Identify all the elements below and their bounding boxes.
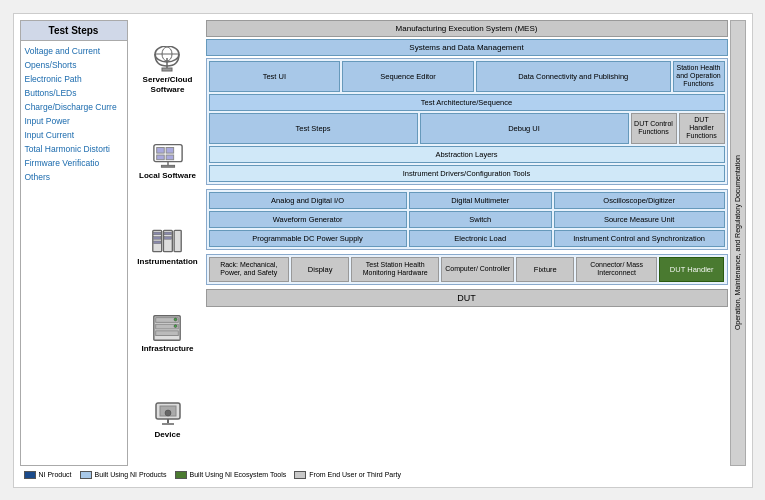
test-steps-list: Voltage and Current Opens/Shorts Electro… bbox=[21, 41, 127, 187]
dut-band: DUT bbox=[206, 289, 728, 307]
svg-point-25 bbox=[175, 325, 178, 328]
dut-control-cell: DUT Control Functions bbox=[631, 113, 677, 144]
device-icon bbox=[152, 400, 184, 428]
fixture-cell: Fixture bbox=[516, 257, 574, 282]
legend-box-built-ni bbox=[80, 471, 92, 479]
local-software-label: Local Software bbox=[139, 171, 196, 181]
infrastructure-icon-block: Infrastructure bbox=[141, 314, 193, 354]
diagram-area: Manufacturing Execution System (MES) Sys… bbox=[206, 20, 728, 466]
left-panel: Test Steps Voltage and Current Opens/Sho… bbox=[20, 20, 128, 466]
infra-row: Rack: Mechanical, Power, and Safety Disp… bbox=[209, 257, 725, 282]
dut-row: DUT bbox=[206, 289, 728, 307]
content-area: Test Steps Voltage and Current Opens/Sho… bbox=[20, 20, 746, 466]
list-item[interactable]: Input Power bbox=[23, 115, 125, 127]
svg-point-24 bbox=[175, 318, 178, 321]
svg-rect-9 bbox=[166, 155, 174, 160]
data-connectivity-cell: Data Connectivity and Publishing bbox=[476, 61, 671, 92]
list-item[interactable]: Electronic Path bbox=[23, 73, 125, 85]
instrument-control-cell: Instrument Control and Synchronization bbox=[554, 230, 725, 247]
switch-cell: Switch bbox=[409, 211, 552, 228]
svg-rect-15 bbox=[154, 233, 161, 236]
local-software-icon bbox=[152, 141, 184, 169]
electronic-load-cell: Electronic Load bbox=[409, 230, 552, 247]
abstraction-cell: Abstraction Layers bbox=[209, 146, 725, 163]
server-cloud-icon bbox=[151, 45, 183, 73]
device-label: Device bbox=[155, 430, 181, 440]
list-item[interactable]: Charge/Discharge Curre bbox=[23, 101, 125, 113]
computer-cell: Computer/ Controller bbox=[441, 257, 514, 282]
svg-rect-2 bbox=[162, 68, 172, 71]
svg-rect-8 bbox=[166, 147, 174, 153]
svg-rect-16 bbox=[154, 237, 161, 240]
list-item[interactable]: Buttons/LEDs bbox=[23, 87, 125, 99]
list-item[interactable]: Others bbox=[23, 171, 125, 183]
legend: NI Product Built Using NI Products Built… bbox=[20, 469, 746, 481]
legend-label-built-ni: Built Using NI Products bbox=[95, 471, 167, 478]
server-cloud-icon-block: Server/CloudSoftware bbox=[143, 45, 193, 94]
station-health-cell: Station Health and Operation Functions bbox=[673, 61, 725, 92]
legend-built-ni: Built Using NI Products bbox=[80, 471, 167, 479]
legend-box-ecosystem bbox=[175, 471, 187, 479]
list-item[interactable]: Total Harmonic Distorti bbox=[23, 143, 125, 155]
svg-rect-17 bbox=[154, 241, 161, 244]
legend-label-third-party: From End User or Third Party bbox=[309, 471, 401, 478]
right-label: Operation, Maintenance, and Regulatory D… bbox=[730, 20, 746, 466]
mes-row: Manufacturing Execution System (MES) bbox=[206, 20, 728, 37]
dut-handler-func-cell: DUT Handler Functions bbox=[679, 113, 725, 144]
programmable-dc-cell: Programmable DC Power Supply bbox=[209, 230, 407, 247]
instr-row1: Analog and Digital I/O Digital Multimete… bbox=[209, 192, 725, 209]
list-item[interactable]: Input Current bbox=[23, 129, 125, 141]
sw-row5: Instrument Drivers/Configuration Tools bbox=[209, 165, 725, 182]
svg-rect-6 bbox=[156, 147, 164, 153]
legend-ecosystem: Built Using NI Ecosystem Tools bbox=[175, 471, 287, 479]
debug-ui-cell: Debug UI bbox=[420, 113, 629, 144]
instr-row3: Programmable DC Power Supply Electronic … bbox=[209, 230, 725, 247]
right-label-text: Operation, Maintenance, and Regulatory D… bbox=[734, 155, 742, 330]
legend-third-party: From End User or Third Party bbox=[294, 471, 401, 479]
digital-multimeter-cell: Digital Multimeter bbox=[409, 192, 552, 209]
infrastructure-icon bbox=[151, 314, 183, 342]
svg-point-30 bbox=[165, 410, 171, 416]
waveform-gen-cell: Waveform Generator bbox=[209, 211, 407, 228]
svg-rect-7 bbox=[156, 155, 164, 160]
legend-box-third-party bbox=[294, 471, 306, 479]
systems-row: Systems and Data Management bbox=[206, 39, 728, 56]
sw-row2: Test Architecture/Sequence bbox=[209, 94, 725, 111]
legend-label-ecosystem: Built Using NI Ecosystem Tools bbox=[190, 471, 287, 478]
device-icon-block: Device bbox=[152, 400, 184, 440]
list-item[interactable]: Opens/Shorts bbox=[23, 59, 125, 71]
icons-column: Server/CloudSoftware bbox=[132, 20, 204, 466]
svg-rect-29 bbox=[162, 423, 174, 425]
rack-cell: Rack: Mechanical, Power, and Safety bbox=[209, 257, 290, 282]
software-section: Test UI Sequence Editor Data Connectivit… bbox=[206, 58, 728, 185]
instr-row2: Waveform Generator Switch Source Measure… bbox=[209, 211, 725, 228]
dut-handler-infra-cell: DUT Handler bbox=[659, 257, 725, 282]
display-cell: Display bbox=[291, 257, 349, 282]
systems-band: Systems and Data Management bbox=[206, 39, 728, 56]
test-station-cell: Test Station Health Monitoring Hardware bbox=[351, 257, 439, 282]
instrumentation-icon-block: Instrumentation bbox=[137, 227, 197, 267]
legend-ni-product: NI Product bbox=[24, 471, 72, 479]
main-container: Test Steps Voltage and Current Opens/Sho… bbox=[13, 13, 753, 488]
oscilloscope-cell: Oscilloscope/Digitizer bbox=[554, 192, 725, 209]
list-item[interactable]: Voltage and Current bbox=[23, 45, 125, 57]
connector-cell: Connector/ Mass Interconnect bbox=[576, 257, 657, 282]
instrument-drivers-cell: Instrument Drivers/Configuration Tools bbox=[209, 165, 725, 182]
svg-rect-14 bbox=[175, 231, 182, 252]
source-measure-cell: Source Measure Unit bbox=[554, 211, 725, 228]
sequence-editor-cell: Sequence Editor bbox=[342, 61, 474, 92]
svg-rect-23 bbox=[156, 331, 179, 336]
svg-rect-11 bbox=[161, 165, 174, 167]
sw-row4: Abstraction Layers bbox=[209, 146, 725, 163]
test-arch-cell: Test Architecture/Sequence bbox=[209, 94, 725, 111]
mes-band: Manufacturing Execution System (MES) bbox=[206, 20, 728, 37]
instrumentation-section: Analog and Digital I/O Digital Multimete… bbox=[206, 189, 728, 250]
middle-section: Server/CloudSoftware bbox=[132, 20, 746, 466]
infrastructure-section: Rack: Mechanical, Power, and Safety Disp… bbox=[206, 254, 728, 285]
infrastructure-label: Infrastructure bbox=[141, 344, 193, 354]
svg-rect-19 bbox=[165, 237, 172, 240]
legend-box-ni bbox=[24, 471, 36, 479]
test-steps-title: Test Steps bbox=[21, 21, 127, 41]
analog-digital-cell: Analog and Digital I/O bbox=[209, 192, 407, 209]
list-item[interactable]: Firmware Verificatio bbox=[23, 157, 125, 169]
